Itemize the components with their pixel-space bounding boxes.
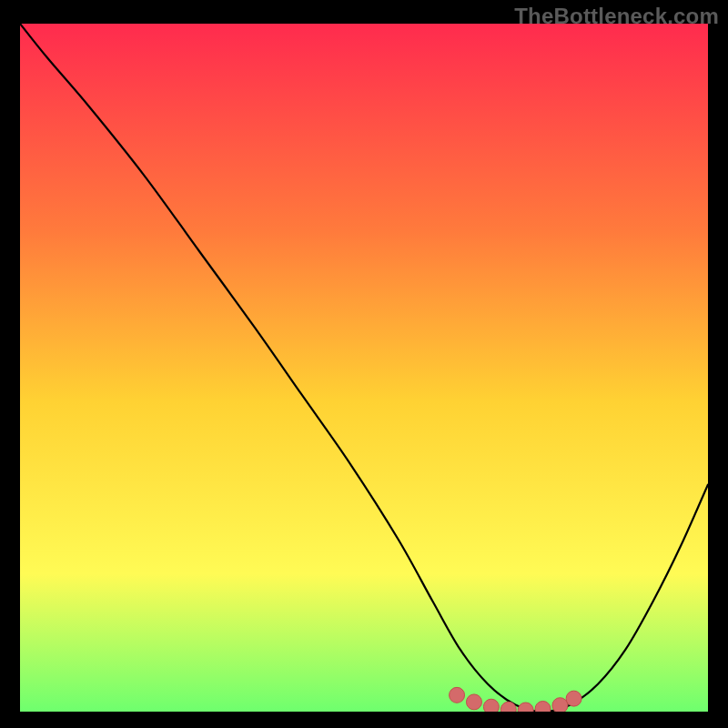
optimal-marker — [466, 694, 481, 710]
chart-frame: TheBottleneck.com — [0, 0, 728, 728]
optimal-marker — [566, 691, 581, 706]
optimal-marker — [450, 687, 465, 703]
chart-background-gradient — [20, 24, 708, 712]
optimal-marker — [552, 698, 568, 712]
optimal-marker — [483, 699, 499, 712]
chart-plot-area — [20, 24, 708, 712]
chart-svg — [20, 24, 708, 712]
